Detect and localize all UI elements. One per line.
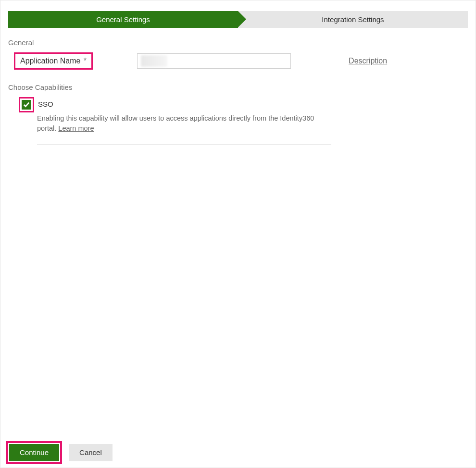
- application-name-text: Application Name: [20, 57, 80, 65]
- continue-button-highlight: Continue: [6, 441, 62, 464]
- required-indicator: *: [84, 57, 87, 65]
- section-general-label: General: [8, 38, 476, 47]
- capability-sso-title: SSO: [38, 100, 53, 108]
- capability-divider: [37, 144, 331, 145]
- application-name-blur-overlay: [141, 55, 167, 67]
- application-name-label: Application Name *: [20, 57, 87, 65]
- tab-general-label: General Settings: [96, 15, 150, 24]
- section-choose-capabilities-label: Choose Capabilities: [8, 83, 476, 91]
- check-icon: [23, 101, 30, 108]
- continue-button[interactable]: Continue: [9, 444, 59, 461]
- capability-sso-description: Enabling this capability will allow user…: [37, 113, 331, 134]
- wizard-steps: General Settings Integration Settings: [8, 11, 468, 28]
- tab-integration-label: Integration Settings: [322, 15, 384, 24]
- tab-integration-settings[interactable]: Integration Settings: [238, 11, 468, 28]
- capability-sso: SSO Enabling this capability will allow …: [19, 97, 331, 145]
- application-name-label-highlight: Application Name *: [14, 52, 93, 70]
- description-link[interactable]: Description: [349, 57, 387, 65]
- application-name-row: Application Name * Description: [14, 52, 476, 70]
- tab-general-settings[interactable]: General Settings: [8, 11, 238, 28]
- learn-more-link[interactable]: Learn more: [58, 124, 94, 132]
- footer-bar: Continue Cancel: [0, 437, 476, 468]
- application-name-input-wrap: [137, 53, 291, 69]
- cancel-button[interactable]: Cancel: [69, 444, 113, 461]
- sso-checkbox-highlight: [19, 97, 34, 112]
- capability-sso-head: SSO: [19, 97, 331, 112]
- sso-checkbox[interactable]: [22, 100, 31, 110]
